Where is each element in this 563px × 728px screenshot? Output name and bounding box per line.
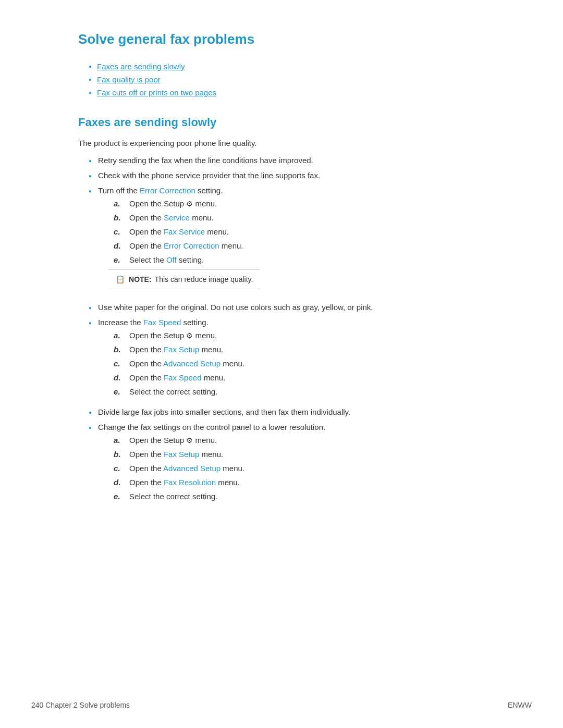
list-item-3-content: Turn off the Error Correction setting. a… [98,186,260,297]
page-title: Solve general fax problems [78,31,485,47]
toc-list: Faxes are sending slowly Fax quality is … [78,62,485,97]
section1-title: Faxes are sending slowly [78,116,485,129]
sub-label-3c: c. [114,227,125,236]
sub-text-3a: Open the Setup ⚙ menu. [129,199,217,208]
sub-item-7c: c. Open the Advanced Setup menu. [98,464,325,473]
toc-link-1[interactable]: Faxes are sending slowly [97,62,185,71]
footer-lang: ENWW [508,701,532,709]
toc-item-3: Fax cuts off or prints on two pages [89,88,485,97]
list-item-4-text: Use white paper for the original. Do not… [98,303,373,312]
note-box: 📋 NOTE: This can reduce image quality. [108,269,260,289]
sub-item-3d: d. Open the Error Correction menu. [98,241,260,250]
sub-label-5d: d. [114,373,125,382]
sub-text-5c: Open the Advanced Setup menu. [129,359,244,368]
list-item-4: Use white paper for the original. Do not… [78,303,485,312]
sub-label-7e: e. [114,492,125,501]
sub-item-3b: b. Open the Service menu. [98,213,260,222]
list-item-2-text: Check with the phone service provider th… [98,171,320,180]
page-container: Solve general fax problems Faxes are sen… [57,0,506,554]
error-correction-link-1[interactable]: Error Correction [140,186,195,195]
sub-label-7d: d. [114,478,125,487]
sub-label-7a: a. [114,436,125,445]
sub-text-7e: Select the correct setting. [129,492,217,501]
fax-setup-link-1[interactable]: Fax Setup [164,345,199,354]
list-item-6: Divide large fax jobs into smaller secti… [78,408,485,416]
sub-label-5c: c. [114,359,125,368]
sub-text-7c: Open the Advanced Setup menu. [129,464,244,473]
sub-list-5: a. Open the Setup ⚙ menu. b. Open the Fa… [98,331,244,396]
sub-item-3e: e. Select the Off setting. [98,255,260,264]
sub-text-3d: Open the Error Correction menu. [129,241,243,250]
sub-label-5b: b. [114,345,125,354]
list-item-3: Turn off the Error Correction setting. a… [78,186,485,297]
list-item-5: Increase the Fax Speed setting. a. Open … [78,318,485,401]
sub-text-5e: Select the correct setting. [129,387,217,396]
service-link[interactable]: Service [164,213,190,222]
list-item-1: Retry sending the fax when the line cond… [78,156,485,165]
sub-item-7a: a. Open the Setup ⚙ menu. [98,436,325,445]
advanced-setup-link-2[interactable]: Advanced Setup [163,464,221,473]
list-item-3-prefix: Turn off the [98,186,140,195]
sub-text-5a: Open the Setup ⚙ menu. [129,331,217,340]
toc-link-2[interactable]: Fax quality is poor [97,75,161,84]
note-text: This can reduce image quality. [155,275,253,283]
sub-item-3a: a. Open the Setup ⚙ menu. [98,199,260,208]
list-item-5-content: Increase the Fax Speed setting. a. Open … [98,318,244,401]
fax-resolution-link[interactable]: Fax Resolution [164,478,216,487]
note-label: NOTE: [129,275,152,283]
error-correction-link-2[interactable]: Error Correction [164,241,219,250]
sub-label-3a: a. [114,199,125,208]
bullet-list: Retry sending the fax when the line cond… [78,156,485,506]
list-item-7: Change the fax settings on the control p… [78,423,485,506]
fax-speed-link-1[interactable]: Fax Speed [143,318,181,327]
footer-page-info: 240 Chapter 2 Solve problems [31,701,130,709]
list-item-7-prefix: Change the fax settings on the control p… [98,423,325,431]
sub-text-7d: Open the Fax Resolution menu. [129,478,240,487]
toc-link-3[interactable]: Fax cuts off or prints on two pages [97,88,216,97]
sub-label-7c: c. [114,464,125,473]
sub-label-5a: a. [114,331,125,340]
sub-item-5d: d. Open the Fax Speed menu. [98,373,244,382]
setup-icon-3a: ⚙ [186,200,193,208]
toc-item-2: Fax quality is poor [89,75,485,84]
sub-label-3e: e. [114,255,125,264]
sub-item-5e: e. Select the correct setting. [98,387,244,396]
list-item-5-suffix: setting. [181,318,209,327]
section1-intro: The product is experiencing poor phone l… [78,139,485,147]
sub-item-7b: b. Open the Fax Setup menu. [98,450,325,459]
setup-icon-7a: ⚙ [186,436,193,445]
sub-item-5a: a. Open the Setup ⚙ menu. [98,331,244,340]
off-link[interactable]: Off [166,255,177,264]
sub-text-3c: Open the Fax Service menu. [129,227,229,236]
sub-text-3e: Select the Off setting. [129,255,204,264]
fax-speed-link-2[interactable]: Fax Speed [164,373,202,382]
sub-text-7b: Open the Fax Setup menu. [129,450,223,459]
setup-icon-5a: ⚙ [186,331,193,340]
sub-text-7a: Open the Setup ⚙ menu. [129,436,217,445]
note-icon: 📋 [116,275,125,283]
sub-item-3c: c. Open the Fax Service menu. [98,227,260,236]
page-footer: 240 Chapter 2 Solve problems ENWW [0,701,563,709]
advanced-setup-link-1[interactable]: Advanced Setup [163,359,221,368]
sub-item-5c: c. Open the Advanced Setup menu. [98,359,244,368]
list-item-1-text: Retry sending the fax when the line cond… [98,156,313,165]
list-item-3-suffix: setting. [195,186,223,195]
fax-service-link[interactable]: Fax Service [164,227,205,236]
list-item-6-text: Divide large fax jobs into smaller secti… [98,408,350,416]
toc-item-1: Faxes are sending slowly [89,62,485,71]
list-item-5-prefix: Increase the [98,318,143,327]
sub-label-7b: b. [114,450,125,459]
sub-label-3b: b. [114,213,125,222]
sub-item-5b: b. Open the Fax Setup menu. [98,345,244,354]
sub-list-7: a. Open the Setup ⚙ menu. b. Open the Fa… [98,436,325,501]
sub-item-7e: e. Select the correct setting. [98,492,325,501]
fax-setup-link-2[interactable]: Fax Setup [164,450,199,459]
sub-text-5d: Open the Fax Speed menu. [129,373,225,382]
list-item-7-content: Change the fax settings on the control p… [98,423,325,506]
sub-list-3: a. Open the Setup ⚙ menu. b. Open the Se… [98,199,260,264]
sub-label-5e: e. [114,387,125,396]
list-item-2: Check with the phone service provider th… [78,171,485,180]
sub-text-3b: Open the Service menu. [129,213,214,222]
sub-label-3d: d. [114,241,125,250]
sub-item-7d: d. Open the Fax Resolution menu. [98,478,325,487]
